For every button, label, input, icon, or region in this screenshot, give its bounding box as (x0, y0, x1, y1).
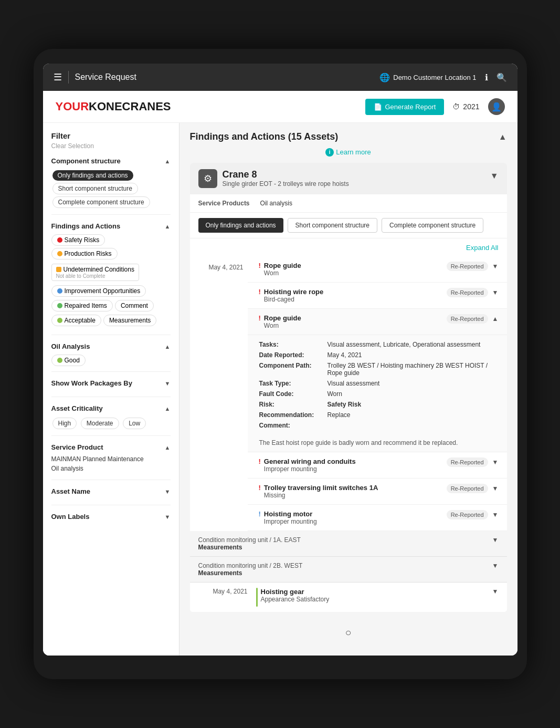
tag-production-risks[interactable]: Production Risks (51, 248, 118, 259)
tag-comment[interactable]: Comment (115, 300, 154, 311)
learn-more-info-icon: i (325, 148, 334, 157)
risk-value: Safety Risk (327, 401, 499, 408)
search-icon-nav[interactable]: 🔍 (496, 72, 507, 82)
asset-name-header[interactable]: Asset Name ▼ (51, 487, 171, 495)
finding-detail-header-3: ! Rope guide Worn Re-Reported (248, 309, 507, 335)
re-reported-badge-3: Re-Reported (447, 314, 488, 324)
service-tabs: Service Products Oil analysis (190, 194, 507, 213)
hamburger-icon[interactable]: ☰ (54, 71, 62, 83)
finding-text-1: Rope guide Worn (264, 262, 442, 277)
findings-actions-section: Findings and Actions ▲ Safety Risks Prod… (51, 222, 171, 335)
user-avatar[interactable]: 👤 (488, 98, 505, 115)
bottom-finding-left: Hoisting gear Appearance Satisfactory (256, 588, 330, 607)
crane-header-left: ⚙ Crane 8 Single girder EOT - 2 trolleys… (198, 169, 349, 188)
expand-chevron-3[interactable]: ▲ (492, 315, 499, 323)
service-product-section: Service Product ▲ MAINMAN Planned Mainte… (51, 443, 171, 480)
tag-moderate[interactable]: Moderate (81, 418, 119, 429)
date-reported-value: May 4, 2021 (327, 351, 499, 359)
service-product-oil[interactable]: Oil analysis (51, 465, 171, 472)
undetermined-dot (56, 267, 61, 272)
oil-analysis-chevron: ▲ (165, 344, 171, 350)
toggle-short-component[interactable]: Short component structure (288, 218, 377, 233)
tag-improvement[interactable]: Improvement Opportunities (51, 285, 146, 297)
detail-row-date: Date Reported: May 4, 2021 (259, 350, 499, 360)
finding-name-3: Rope guide (264, 314, 442, 322)
detail-row-comment-label: Comment: (259, 420, 499, 431)
expand-chevron-1[interactable]: ▼ (492, 263, 499, 270)
findings-collapse-icon[interactable]: ▲ (499, 132, 507, 142)
tag-safety-risks[interactable]: Safety Risks (51, 234, 105, 246)
finding-desc-5: Missing (264, 492, 442, 499)
header: YOURKONECRANES 📄 Generate Report ⏱ 2021 … (43, 91, 517, 123)
toggle-only-findings[interactable]: Only findings and actions (198, 218, 283, 233)
expand-chevron-4[interactable]: ▼ (492, 459, 499, 466)
condition-chevron-2[interactable]: ▼ (492, 562, 499, 569)
own-labels-header[interactable]: Own Labels ▼ (51, 513, 171, 521)
finding-text-2: Hoisting wire rope Bird-caged (264, 288, 442, 303)
re-reported-badge-4: Re-Reported (447, 457, 488, 467)
work-packages-header[interactable]: Show Work Packages By ▼ (51, 379, 171, 387)
crane-collapse-button[interactable]: ▼ (490, 171, 499, 181)
detail-row-risk: Risk: Safety Risk (259, 399, 499, 410)
finding-item-2-left: ! Hoisting wire rope Bird-caged (254, 288, 442, 303)
learn-more-link[interactable]: i Learn more (325, 148, 371, 157)
service-product-mainman[interactable]: MAINMAN Planned Maintenance (51, 455, 171, 463)
expand-chevron-6[interactable]: ▼ (492, 511, 499, 518)
component-structure-header[interactable]: Component structure ▲ (51, 157, 171, 165)
tag-measurements[interactable]: Measurements (103, 315, 156, 326)
condition-item-1: Condition monitoring unit / 1A. EAST Mea… (190, 531, 507, 557)
expand-chevron-5[interactable]: ▼ (492, 485, 499, 492)
tag-good[interactable]: Good (51, 355, 86, 366)
bottom-finding-text: Hoisting gear Appearance Satisfactory (261, 588, 330, 603)
tag-undetermined[interactable]: Undetermined Conditions Not able to Comp… (51, 264, 139, 281)
document-icon: 📄 (374, 103, 382, 111)
toggle-complete-component[interactable]: Complete component structure (382, 218, 483, 233)
asset-criticality-section: Asset Criticality ▲ High Moderate Low (51, 404, 171, 436)
tag-repaired[interactable]: Repaired Items (51, 300, 113, 311)
oil-analysis-header[interactable]: Oil Analysis ▲ (51, 342, 171, 350)
sidebar: Filter Clear Selection Component structu… (43, 123, 179, 656)
exclaim-3: ! (259, 314, 261, 322)
nav-right: 🌐 Demo Customer Location 1 ℹ 🔍 (379, 72, 506, 82)
tasks-value: Visual assessment, Lubricate, Operationa… (327, 341, 499, 348)
finding-text-3: Rope guide Worn (264, 314, 442, 329)
risk-label: Risk: (259, 401, 327, 408)
service-product-label: Service Product (51, 443, 103, 451)
finding-right-2: Re-Reported ▼ (447, 288, 499, 297)
main-content: Filter Clear Selection Component structu… (43, 123, 517, 656)
tag-low[interactable]: Low (123, 418, 146, 429)
location-text: Demo Customer Location 1 (393, 74, 476, 81)
expand-chevron-2[interactable]: ▼ (492, 289, 499, 296)
finding-name-1: Rope guide (264, 262, 442, 269)
task-type-value: Visual assessment (327, 380, 499, 387)
finding-desc-1: Worn (264, 269, 442, 277)
generate-report-button[interactable]: 📄 Generate Report (365, 99, 445, 115)
tag-short-component[interactable]: Short component structure (52, 183, 138, 194)
findings-list: May 4, 2021 ! Rope guide (190, 256, 507, 612)
location-badge: 🌐 Demo Customer Location 1 (379, 72, 476, 82)
undetermined-sub-label: Not able to Complete (56, 273, 134, 279)
findings-improvement-row: Improvement Opportunities (51, 285, 171, 297)
service-product-header[interactable]: Service Product ▲ (51, 443, 171, 451)
condition-chevron-1[interactable]: ▼ (492, 536, 499, 544)
findings-column-1: ! Rope guide Worn Re-Reported ▼ (248, 256, 507, 531)
tag-high[interactable]: High (52, 418, 77, 429)
asset-criticality-header[interactable]: Asset Criticality ▲ (51, 404, 171, 412)
date-section-1: May 4, 2021 ! Rope guide (190, 256, 507, 531)
finding-item-5: ! Trolley traversing limit switches 1A M… (248, 479, 507, 505)
tag-complete-component[interactable]: Complete component structure (52, 196, 150, 208)
generate-report-label: Generate Report (385, 103, 436, 111)
tag-acceptable[interactable]: Acceptable (51, 315, 101, 326)
detail-row-tasks: Tasks: Visual assessment, Lubricate, Ope… (259, 339, 499, 350)
tag-only-findings[interactable]: Only findings and actions (52, 170, 133, 181)
bottom-finding-name: Hoisting gear (261, 588, 330, 596)
clear-selection[interactable]: Clear Selection (51, 142, 171, 150)
learn-more-row: i Learn more (190, 147, 507, 157)
findings-actions-header[interactable]: Findings and Actions ▲ (51, 222, 171, 230)
re-reported-badge-6: Re-Reported (447, 510, 488, 519)
bottom-chevron[interactable]: ▼ (492, 588, 499, 595)
expand-all-button[interactable]: Expand All (466, 244, 498, 252)
component-path-label: Component Path: (259, 362, 327, 377)
info-icon[interactable]: ℹ (485, 72, 488, 82)
bottom-finding-desc: Appearance Satisfactory (261, 596, 330, 603)
